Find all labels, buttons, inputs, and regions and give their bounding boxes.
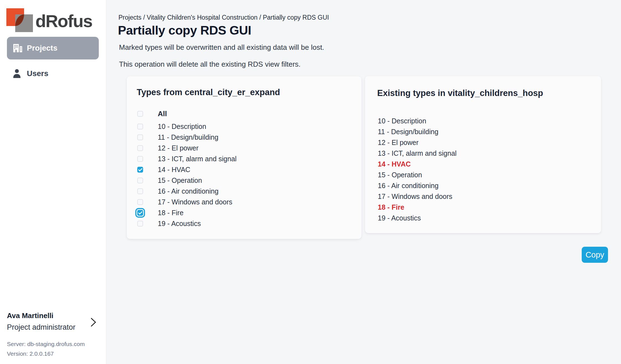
type-label: 14 - HVAC [158, 166, 190, 174]
breadcrumb[interactable]: Projects / Vitality Children's Hospital … [118, 14, 329, 21]
type-checkbox[interactable] [137, 210, 143, 216]
target-card-title: Existing types in vitality_childrens_hos… [377, 88, 543, 98]
type-checkbox-row[interactable]: 15 - Operation [137, 175, 237, 186]
type-label: 19 - Acoustics [158, 220, 201, 228]
warning-text-filters: This operation will delete all the exist… [119, 60, 301, 69]
type-checkbox-row[interactable]: 17 - Windows and doors [137, 197, 237, 207]
select-all-row[interactable]: All [137, 108, 237, 119]
sidebar-item-label: Users [27, 69, 48, 78]
existing-type-item: 17 - Windows and doors [378, 191, 457, 202]
existing-type-item: 18 - Fire [378, 202, 457, 213]
sidebar-item-users[interactable]: Users [7, 66, 99, 81]
warning-text-overwrite: Marked types will be overwritten and all… [119, 43, 324, 52]
sidebar-item-projects[interactable]: Projects [7, 37, 99, 59]
type-label: 16 - Air conditioning [158, 187, 219, 195]
type-checkbox[interactable] [137, 124, 143, 129]
type-checkbox-row[interactable]: 12 - El power [137, 143, 237, 154]
type-checkbox[interactable] [137, 145, 143, 151]
current-user-name: Ava Martinelli [7, 311, 53, 320]
chevron-right-icon[interactable] [90, 318, 97, 327]
existing-type-item: 14 - HVAC [378, 159, 457, 170]
existing-type-item: 19 - Acoustics [378, 213, 457, 223]
type-checkbox[interactable] [137, 188, 143, 194]
select-all-label: All [158, 110, 167, 118]
user-icon [13, 69, 21, 78]
type-label: 15 - Operation [158, 176, 202, 184]
existing-type-item: 16 - Air conditioning [378, 180, 457, 191]
brand-wordmark: dRofus [35, 11, 92, 31]
type-label: 10 - Description [158, 123, 206, 131]
type-checkbox[interactable] [137, 167, 143, 173]
type-checkbox-row[interactable]: 11 - Design/building [137, 132, 237, 143]
type-checkbox-row[interactable]: 19 - Acoustics [137, 218, 237, 229]
type-label: 18 - Fire [158, 209, 183, 217]
type-checkbox-row[interactable]: 18 - Fire [137, 207, 237, 218]
sidebar-item-label: Projects [27, 44, 58, 53]
type-label: 13 - ICT, alarm and signal [158, 155, 237, 163]
existing-type-item: 11 - Design/building [378, 126, 457, 137]
existing-type-item: 15 - Operation [378, 170, 457, 180]
server-info: Server: db-staging.drofus.com [7, 341, 85, 347]
type-checkbox[interactable] [137, 199, 143, 205]
type-checkbox-row[interactable]: 14 - HVAC [137, 164, 237, 175]
source-types-card: Types from central_city_er_expand All 10… [127, 76, 361, 239]
source-card-title: Types from central_city_er_expand [137, 87, 280, 97]
existing-type-list: 10 - Description11 - Design/building12 -… [378, 116, 457, 223]
source-type-list: All 10 - Description11 - Design/building… [137, 108, 237, 229]
type-checkbox[interactable] [137, 178, 143, 183]
type-checkbox-row[interactable]: 13 - ICT, alarm and signal [137, 154, 237, 164]
type-checkbox-row[interactable]: 10 - Description [137, 121, 237, 132]
type-checkbox[interactable] [137, 134, 143, 140]
current-user-role: Project administrator [7, 323, 76, 332]
type-label: 17 - Windows and doors [158, 198, 232, 206]
existing-type-item: 12 - El power [378, 137, 457, 148]
buildings-icon [13, 44, 22, 53]
type-checkbox[interactable] [137, 221, 143, 227]
type-checkbox-row[interactable]: 16 - Air conditioning [137, 186, 237, 197]
select-all-checkbox[interactable] [137, 111, 143, 117]
type-checkbox[interactable] [137, 156, 143, 162]
existing-type-item: 10 - Description [378, 116, 457, 126]
app-window: dRofus Projects [0, 0, 621, 364]
version-info: Version: 2.0.0.167 [7, 350, 54, 357]
page-title: Partially copy RDS GUI [118, 23, 251, 38]
existing-types-card: Existing types in vitality_childrens_hos… [365, 76, 601, 233]
copy-button[interactable]: Copy [582, 247, 608, 263]
existing-type-item: 13 - ICT, alarm and signal [378, 148, 457, 159]
type-label: 12 - El power [158, 144, 198, 152]
type-label: 11 - Design/building [158, 133, 218, 141]
drofus-logo-icon [6, 8, 34, 35]
sidebar: dRofus Projects [0, 0, 106, 364]
